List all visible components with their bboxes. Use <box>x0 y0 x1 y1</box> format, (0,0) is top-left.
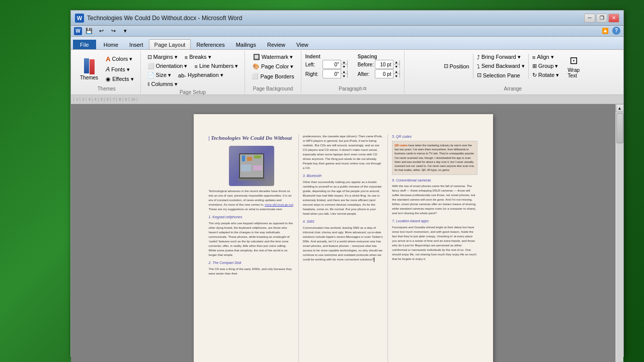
indent-left-spinbox[interactable]: 0" ▲ ▼ <box>323 60 348 69</box>
align-icon: ≡ <box>532 54 535 60</box>
indent-left-up[interactable]: ▲ <box>341 60 347 64</box>
tab-references[interactable]: References <box>191 39 230 49</box>
align-label: Align ▾ <box>537 54 554 60</box>
themes-label: Themes <box>80 75 98 80</box>
item1 <box>242 155 245 161</box>
indent-right-spinbox[interactable]: 0" ▲ ▼ <box>323 69 348 78</box>
page-setup-content: ⊡ Margins ▾ ≡ Breaks ▾ ⬜ Orientation ▾ ≡ <box>145 52 241 88</box>
doc-title: Technologies We Could Do Without <box>209 134 294 142</box>
themes-group-content: Themes A Colors ▾ A Fonts ▾ ◉ Effects ▾ <box>77 52 136 85</box>
selection-pane-button[interactable]: ⊡ Selection Pane <box>474 71 527 79</box>
orientation-button[interactable]: ⬜ Orientation ▾ <box>145 62 190 70</box>
breaks-button[interactable]: ≡ Breaks ▾ <box>182 53 214 61</box>
scroll-track[interactable] <box>616 112 623 362</box>
position-button[interactable]: ⊡ Position <box>441 62 472 70</box>
position-label: Position <box>450 63 469 69</box>
page-setup-row1: ⊡ Margins ▾ ≡ Breaks ▾ <box>145 53 214 61</box>
rotate-button[interactable]: ↻ Rotate ▾ <box>530 71 561 79</box>
effects-label: Effects ▾ <box>112 76 133 82</box>
size-button[interactable]: 📄 Size ▾ <box>145 71 174 79</box>
restore-button[interactable]: ❐ <box>596 14 607 23</box>
paragraph-dialog-launcher[interactable]: ⧉ <box>363 86 366 92</box>
link-text[interactable]: more old must go out <box>265 203 293 206</box>
send-backward-label: Send Backward ▾ <box>481 63 525 69</box>
indent-left-label: Left: <box>305 62 320 67</box>
spacing-section: Spacing Before: 10 pt ▲ ▼ After: <box>358 54 400 85</box>
tab-page-layout[interactable]: Page Layout <box>149 39 191 49</box>
minimize-button[interactable]: ─ <box>584 14 595 23</box>
indent-right-up[interactable]: ▲ <box>341 69 347 74</box>
tab-file[interactable]: File <box>73 40 96 49</box>
spacing-before-up[interactable]: ▲ <box>393 60 399 64</box>
quick-access-toolbar: W 💾 ↩ ↪ ▾ 🔼 ? <box>71 26 623 37</box>
breaks-label: Breaks ▾ <box>189 54 211 60</box>
bring-forward-button[interactable]: ⤴ Bring Forward ▾ <box>474 53 527 61</box>
indent-left-row: Left: 0" ▲ ▼ <box>305 60 348 69</box>
wrap-text-button[interactable]: ⊡ WrapText <box>562 53 585 79</box>
spacing-after-arrows: ▲ ▼ <box>393 69 399 78</box>
help-button[interactable]: ? <box>612 27 620 35</box>
scroll-up-button[interactable]: ▲ <box>616 104 624 112</box>
trash-image <box>229 146 274 186</box>
columns-label: Columns ▾ <box>151 81 178 87</box>
save-button[interactable]: 💾 <box>84 27 94 36</box>
indent-right-down[interactable]: ▼ <box>341 74 347 78</box>
column-1: Technologies We Could Do Without <box>209 134 298 362</box>
customize-qat-button[interactable]: ▾ <box>120 27 130 36</box>
word-icon: W <box>75 14 84 23</box>
theme-fonts-button[interactable]: A Fonts ▾ <box>103 65 136 74</box>
section3-heading: 3. Bluetooth <box>303 173 383 178</box>
page-setup-row4: ⫴ Columns ▾ <box>145 80 180 88</box>
align-button[interactable]: ≡ Align ▾ <box>530 53 561 61</box>
vertical-scrollbar[interactable]: ▲ ▼ ◁ ▢ ▷ <box>615 104 623 362</box>
spacing-after-spinbox[interactable]: 0 pt ▲ ▼ <box>375 69 400 78</box>
scroll-thumb[interactable] <box>616 113 623 143</box>
columns-button[interactable]: ⫴ Columns ▾ <box>145 80 180 88</box>
indent-right-label: Right: <box>305 71 320 77</box>
spacing-after-down[interactable]: ▼ <box>393 74 399 78</box>
spacing-after-up[interactable]: ▲ <box>393 69 399 74</box>
send-backward-button[interactable]: ⤵ Send Backward ▾ <box>474 62 527 70</box>
undo-button[interactable]: ↩ <box>96 27 106 36</box>
column-2: predecessors, the cassette tape (driven)… <box>298 134 388 362</box>
page-borders-label: Page Borders <box>260 73 294 79</box>
minimize-ribbon-button[interactable]: 🔼 <box>600 27 610 36</box>
tab-insert[interactable]: Insert <box>124 39 149 49</box>
page-borders-button[interactable]: ⬜ Page Borders <box>249 72 296 80</box>
tab-view[interactable]: View <box>291 39 314 49</box>
divider2 <box>528 54 529 79</box>
close-button[interactable]: ✕ <box>608 14 619 23</box>
spacing-label: Spacing <box>358 54 400 59</box>
arrange-content: ⊡ Position ⤴ Bring Forward ▾ ⤵ Send Back… <box>441 52 585 85</box>
arrange-group-label: Arrange <box>504 85 522 93</box>
tab-mailings[interactable]: Mailings <box>230 39 262 49</box>
tab-review[interactable]: Review <box>262 39 291 49</box>
bring-forward-label: Bring Forward ▾ <box>481 54 521 60</box>
indent-left-arrows: ▲ ▼ <box>341 60 347 69</box>
spacing-before-spinbox[interactable]: 10 pt ▲ ▼ <box>375 60 400 69</box>
page-setup-row2: ⬜ Orientation ▾ ≡ Line Numbers ▾ <box>145 62 241 70</box>
margins-button[interactable]: ⊡ Margins ▾ <box>145 53 180 61</box>
section3-text: Other than successfully making you appea… <box>303 180 383 216</box>
hyphenation-button[interactable]: ab- Hyphenation ▾ <box>176 71 226 79</box>
group-button[interactable]: ⊞ Group ▾ <box>530 62 561 70</box>
hyphenation-label: Hyphenation ▾ <box>188 72 223 78</box>
themes-button[interactable]: Themes <box>77 57 101 81</box>
theme-effects-button[interactable]: ◉ Effects ▾ <box>103 75 136 83</box>
fonts-label: Fonts ▾ <box>111 66 130 73</box>
line-numbers-label: Line Numbers ▾ <box>199 63 238 69</box>
arrange-buttons-col1: ⤴ Bring Forward ▾ ⤵ Send Backward ▾ ⊡ Se… <box>474 53 527 79</box>
size-icon: 📄 <box>147 72 154 78</box>
spacing-before-down[interactable]: ▼ <box>393 64 399 69</box>
line-numbers-button[interactable]: ≡ Line Numbers ▾ <box>192 62 240 70</box>
spacing-after-label: After: <box>358 71 373 77</box>
indent-left-down[interactable]: ▼ <box>341 64 347 69</box>
redo-button[interactable]: ↪ <box>108 27 118 36</box>
section2-heading: 2. The Compact Disk <box>209 260 294 265</box>
theme-colors-button[interactable]: A Colors ▾ <box>103 54 136 64</box>
page-color-button[interactable]: 🎨 Page Color ▾ <box>250 62 296 71</box>
tab-home[interactable]: Home <box>98 39 124 49</box>
watermark-button[interactable]: 🔲 Watermark ▾ <box>251 53 295 61</box>
word-app-icon: W <box>74 27 82 35</box>
ribbon-group-paragraph: Indent Left: 0" ▲ ▼ Right: <box>301 51 405 94</box>
